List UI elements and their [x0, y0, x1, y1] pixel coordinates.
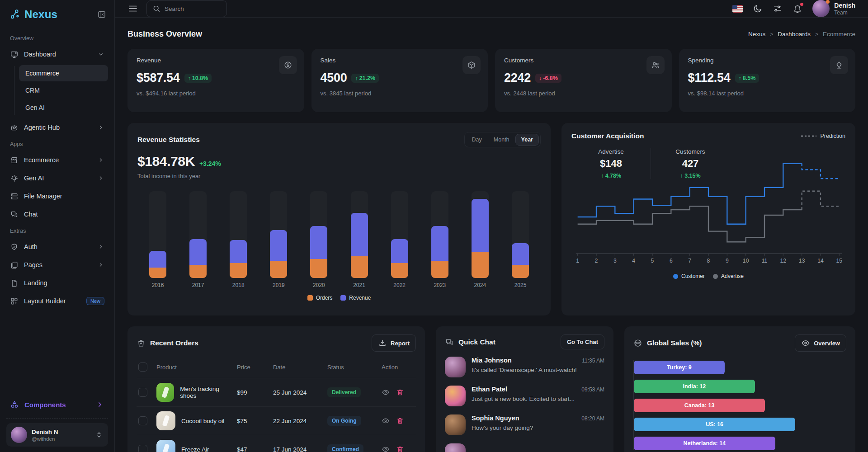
- table-row: Cocooil body oil$7522 Jun 2024On Going: [137, 407, 416, 435]
- chat-list-item[interactable]: [445, 443, 604, 452]
- breadcrumb-item[interactable]: Ecommerce: [823, 31, 855, 38]
- menu-icon[interactable]: [127, 3, 138, 14]
- view-order-icon[interactable]: [382, 388, 390, 396]
- sidebar-section-label: Overview: [6, 31, 108, 45]
- sidebar-subitem-crm[interactable]: CRM: [19, 82, 108, 99]
- chat-message-preview: Just got a new book. Excited to start...: [472, 396, 604, 402]
- sidebar-collapse-icon[interactable]: [97, 10, 106, 19]
- settings-sliders-icon[interactable]: [773, 4, 783, 14]
- breadcrumb-item[interactable]: Nexus: [748, 31, 765, 38]
- x-tick-label: 8: [707, 258, 710, 264]
- select-all-checkbox[interactable]: [138, 363, 147, 372]
- revenue-chart-legend: OrdersRevenue: [137, 295, 541, 301]
- order-date: 25 Jun 2024: [271, 378, 326, 407]
- bar-track: [310, 191, 327, 278]
- country-bar-us[interactable]: US: 16: [634, 418, 795, 431]
- stat-icon-button[interactable]: [462, 56, 481, 74]
- product-name: Freeze Air: [181, 446, 209, 452]
- sidebar-item-components[interactable]: Components: [0, 396, 114, 414]
- chat-list-item[interactable]: Sophia Nguyen08:20 AMHow's your day goin…: [445, 414, 604, 435]
- sidebar-section-label: Apps: [6, 137, 108, 151]
- acq-stat-value: $148: [571, 158, 651, 170]
- go-to-chat-button[interactable]: Go To Chat: [561, 334, 604, 349]
- delete-order-icon[interactable]: [396, 388, 404, 396]
- bar-stack[interactable]: [310, 226, 327, 278]
- country-bar-netherlands[interactable]: Netherlands: 14: [634, 437, 775, 450]
- dark-mode-moon-icon[interactable]: [753, 4, 763, 14]
- sidebar-item-file-manager[interactable]: File Manager: [6, 187, 108, 205]
- quick-chat-title: Quick Chat: [458, 338, 495, 346]
- chevron-right-icon: [97, 243, 104, 250]
- bar-stack[interactable]: [149, 251, 166, 278]
- row-checkbox[interactable]: [138, 445, 147, 452]
- sidebar-item-gen-ai[interactable]: Gen AI: [6, 169, 108, 187]
- tab-day[interactable]: Day: [466, 134, 488, 146]
- overview-button[interactable]: Overview: [795, 334, 846, 352]
- topbar-user-menu[interactable]: Denish Team: [812, 0, 855, 17]
- eraser-icon: [835, 61, 844, 70]
- bar-column: 2017: [189, 191, 207, 288]
- country-bar-turkey[interactable]: Turkey: 9: [634, 361, 725, 374]
- search-box[interactable]: [146, 0, 227, 17]
- chat-timestamp: 11:35 AM: [582, 358, 604, 364]
- bar-year-label: 2018: [232, 282, 245, 288]
- view-order-icon[interactable]: [382, 417, 390, 425]
- sidebar-item-dashboard[interactable]: Dashboard: [6, 45, 108, 63]
- row-checkbox[interactable]: [138, 388, 147, 397]
- stat-note: vs. 3845 last period: [321, 90, 479, 97]
- sidebar-subitem-gen-ai[interactable]: Gen AI: [19, 99, 108, 116]
- country-bar-canada[interactable]: Canada: 13: [634, 399, 765, 412]
- sidebar-item-ecommerce[interactable]: Ecommerce: [6, 151, 108, 169]
- legend-dot: [713, 274, 718, 279]
- components-label: Components: [24, 401, 90, 409]
- bar-stack[interactable]: [189, 239, 207, 278]
- bar-stack[interactable]: [472, 199, 489, 278]
- sidebar-item-label: Agentic Hub: [24, 124, 92, 131]
- chevron-right-icon: [97, 124, 104, 131]
- bar-stack[interactable]: [230, 240, 247, 278]
- status-badge: On Going: [327, 416, 361, 426]
- stat-icon-button[interactable]: [279, 56, 297, 74]
- report-button[interactable]: Report: [372, 334, 416, 352]
- delete-order-icon[interactable]: [396, 417, 404, 425]
- search-input[interactable]: [165, 5, 214, 12]
- bar-stack[interactable]: [391, 239, 408, 278]
- chat-list-item[interactable]: Mia Johnson11:35 AMIt's called 'Dreamsca…: [445, 357, 604, 377]
- breadcrumb-item[interactable]: Dashboards: [778, 31, 811, 38]
- stat-icon-button[interactable]: [830, 56, 848, 74]
- avatar: [445, 443, 466, 452]
- delete-order-icon[interactable]: [396, 445, 404, 452]
- sidebar-item-agentic-hub[interactable]: Agentic Hub: [6, 118, 108, 137]
- x-tick-label: 15: [836, 258, 843, 264]
- app-logo[interactable]: Nexus: [24, 8, 97, 21]
- tab-month[interactable]: Month: [488, 134, 515, 146]
- sidebar-item-chat[interactable]: Chat: [6, 205, 108, 223]
- row-checkbox[interactable]: [138, 416, 147, 425]
- stat-icon-button[interactable]: [646, 56, 665, 74]
- x-tick-label: 3: [613, 258, 617, 264]
- genai-icon: [10, 174, 19, 183]
- x-tick-label: 13: [799, 258, 805, 264]
- sidebar-item-pages[interactable]: Pages: [6, 256, 108, 274]
- sidebar-item-landing[interactable]: Landing: [6, 274, 108, 292]
- chat-list-item[interactable]: Ethan Patel09:58 AMJust got a new book. …: [445, 386, 604, 406]
- view-order-icon[interactable]: [382, 445, 390, 452]
- sidebar-subitem-ecommerce[interactable]: Ecommerce: [19, 65, 108, 81]
- pages-icon: [10, 261, 19, 269]
- bar-stack[interactable]: [270, 230, 287, 278]
- bar-stack[interactable]: [512, 243, 529, 278]
- sidebar-user-card[interactable]: Denish N @withden: [6, 423, 108, 447]
- bar-stack[interactable]: [351, 213, 368, 278]
- bar-column: 2022: [391, 191, 408, 288]
- bar-track: [512, 191, 529, 278]
- stat-change-badge: ↑8.5%: [735, 74, 760, 83]
- us-flag-icon[interactable]: [732, 5, 743, 13]
- sidebar-item-layout-builder[interactable]: Layout BuilderNew: [6, 292, 108, 310]
- tab-year[interactable]: Year: [515, 134, 539, 146]
- country-bar-india[interactable]: India: 12: [634, 380, 755, 393]
- sidebar-divider: [6, 418, 108, 419]
- sidebar-item-auth[interactable]: Auth: [6, 238, 108, 256]
- bar-stack[interactable]: [431, 226, 448, 278]
- notifications-bell-icon[interactable]: [793, 4, 802, 14]
- bar-year-label: 2017: [192, 282, 204, 288]
